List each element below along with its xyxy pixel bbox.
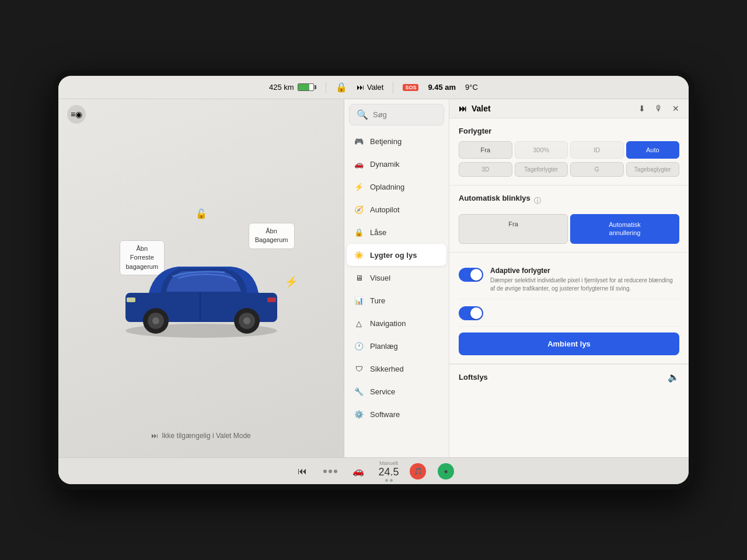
battery-icon [298, 83, 316, 91]
taskbar-red-btn[interactable]: 🎵 [410, 463, 426, 480]
car-svg [114, 235, 289, 340]
battery-area: 425 km [269, 83, 316, 92]
sidebar-item-autopilot[interactable]: 🧭 Autopilot [347, 198, 446, 220]
sidebar-item-betjening[interactable]: 🎮 Betjening [347, 130, 446, 152]
sub-btn-tagebaglygter[interactable]: Tagebaglygter [626, 162, 680, 177]
forlygter-btn-300[interactable]: 300% [515, 141, 568, 159]
sub-btn-g[interactable]: G [570, 162, 624, 177]
forlygter-sub-controls: 3D Tageforlygter G Tagebaglygter [459, 162, 679, 177]
svg-rect-10 [267, 298, 276, 302]
lygter-icon: ☀️ [354, 250, 364, 260]
blinklys-controls: Fra Automatiskannullering [459, 214, 679, 244]
dynamik-label: Dynamik [370, 160, 400, 169]
valet-label: Valet [367, 83, 384, 92]
sidebar-item-software[interactable]: ⚙️ Software [347, 403, 446, 425]
temp-value-bottom: 24.5 [378, 466, 399, 478]
search-input[interactable] [373, 110, 437, 119]
taskbar-dots [323, 470, 337, 473]
lygter-label: Lygter og lys [370, 251, 417, 260]
sub-btn-tageforlygter[interactable]: Tageforlygter [515, 162, 568, 177]
car-container: Åbn Forreste bagagerum Åbn Bagagerum 🔓 [90, 191, 312, 366]
opladning-icon: ⚡ [354, 181, 364, 192]
sidebar-item-visuel[interactable]: 🖥 Visuel [347, 267, 446, 289]
udstigiting-toggle[interactable] [459, 306, 483, 320]
software-icon: ⚙️ [354, 409, 364, 419]
taskbar-green-btn[interactable]: ● [438, 463, 454, 480]
charge-icon: ⚡ [285, 275, 298, 288]
adaptive-toggle[interactable] [459, 268, 483, 282]
adaptive-section: Adaptive forlygter Dæmper selektivt indi… [449, 253, 689, 364]
sidebar-item-opladning[interactable]: ⚡ Opladning [347, 176, 446, 198]
header-icons: ⬇ 🎙 ✕ [638, 104, 679, 113]
service-label: Service [370, 387, 395, 396]
temp-label-bottom: Manuelt [379, 460, 398, 466]
main-content: ≡◉ Åbn Forreste bagagerum Åbn Baga [58, 99, 689, 457]
ture-icon: 📊 [354, 295, 364, 306]
ambient-lys-button[interactable]: Ambient lys [459, 332, 679, 355]
forlygter-title: Forlygter [459, 127, 679, 135]
loftslys-text: Loftslys [459, 373, 488, 382]
taskbar-prev-icon[interactable]: ⏮ [293, 462, 312, 481]
search-bar[interactable]: 🔍 [349, 104, 444, 125]
valet-notice-text: Ikke tilgængelig i Valet Mode [162, 432, 251, 440]
blinklys-section: Automatisk blinklys ⓘ Fra Automatiskannu… [449, 186, 689, 253]
software-label: Software [370, 410, 400, 419]
betjening-icon: 🎮 [354, 136, 364, 146]
forlygter-btn-fra[interactable]: Fra [459, 141, 512, 159]
svg-point-7 [243, 317, 250, 324]
skip-icon-header: ⏭ [459, 104, 467, 113]
green-icon: ● [444, 467, 448, 475]
sidebar-item-service[interactable]: 🔧 Service [347, 380, 446, 402]
svg-point-4 [152, 317, 159, 324]
download-icon[interactable]: ⬇ [638, 104, 645, 113]
valet-notice: ⏭ Ikke tilgængelig i Valet Mode [58, 432, 344, 440]
navigation-icon: △ [354, 318, 364, 328]
range-text: 425 km [269, 83, 294, 92]
visuel-label: Visuel [370, 274, 390, 282]
visuel-icon: 🖥 [354, 272, 364, 283]
blinklys-btn-fra[interactable]: Fra [459, 214, 568, 244]
service-icon: 🔧 [354, 386, 364, 397]
sidebar-item-sikkerhed[interactable]: 🛡 Sikkerhed [347, 358, 446, 380]
sos-badge: SOS [403, 84, 418, 91]
taskbar-car-icon[interactable]: 🚗 [349, 462, 368, 481]
forlygter-btn-auto[interactable]: Auto [626, 141, 680, 159]
forlygter-section: Forlygter Fra 300% ID Auto 3D Tageforlyg… [449, 118, 689, 186]
sidebar-item-dynamik[interactable]: 🚗 Dynamik [347, 153, 446, 175]
settings-header: ⏭ Valet ⬇ 🎙 ✕ [449, 99, 689, 118]
panel-header: ≡◉ [67, 105, 86, 124]
sidebar-item-ture[interactable]: 📊 Ture [347, 289, 446, 312]
valet-status: ⏭ Valet [357, 83, 384, 92]
sub-btn-3d[interactable]: 3D [459, 162, 512, 177]
sidebar-item-navigation[interactable]: △ Navigation [347, 312, 446, 334]
status-bar: 425 km 🔒 ⏭ Valet SOS 9.45 am 9°C [58, 76, 689, 99]
close-icon[interactable]: ✕ [672, 104, 679, 113]
car-lock-icon: 🔓 [196, 208, 207, 219]
sidebar-item-planlaeg[interactable]: 🕐 Planlæg [347, 335, 446, 357]
autopilot-icon: 🧭 [354, 204, 364, 215]
media-icon[interactable]: ≡◉ [67, 105, 86, 124]
svg-rect-9 [127, 298, 135, 302]
forlygter-btn-id[interactable]: ID [570, 141, 624, 159]
navigation-label: Navigation [370, 319, 406, 328]
laase-label: Låse [370, 228, 386, 237]
blinklys-btn-automatisk[interactable]: Automatiskannullering [570, 214, 679, 244]
sidebar-item-laase[interactable]: 🔒 Låse [347, 221, 446, 243]
time-display: 9.45 am [428, 83, 456, 92]
lock-icon: 🔒 [336, 82, 347, 93]
mic-icon[interactable]: 🎙 [655, 104, 663, 113]
nav-panel: 🔍 🎮 Betjening 🚗 Dynamik ⚡ Opladning 🧭 [344, 99, 449, 457]
blinklys-title: Automatisk blinklys [459, 194, 530, 202]
adaptive-title: Adaptive forlygter [490, 267, 679, 275]
header-title: ⏭ Valet [459, 104, 491, 113]
planlaeg-icon: 🕐 [354, 341, 364, 351]
dynamik-icon: 🚗 [354, 159, 364, 169]
taskbar: ⏮ 🚗 Manuelt 24.5 🎵 ● [58, 457, 689, 484]
taskbar-temp-area: Manuelt 24.5 [379, 460, 398, 482]
adaptive-text: Adaptive forlygter Dæmper selektivt indi… [490, 267, 679, 293]
laase-icon: 🔒 [354, 227, 364, 237]
betjening-label: Betjening [370, 137, 402, 146]
sidebar-item-lygter[interactable]: ☀️ Lygter og lys [347, 244, 446, 266]
speaker-icon[interactable]: 🔈 [668, 372, 679, 383]
skip-icon: ⏭ [357, 83, 364, 92]
